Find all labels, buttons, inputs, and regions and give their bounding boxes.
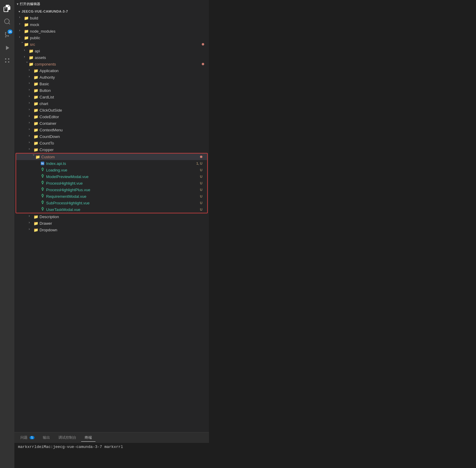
tree-item-Index.api.ts[interactable]: tsIndex.api.ts1, U	[16, 160, 207, 167]
chevron-Authority: ›	[29, 75, 34, 80]
icon-SubProcessHighlight.vue: V̊	[40, 200, 45, 205]
tree-item-Basic[interactable]: ›📁Basic	[14, 80, 209, 87]
file-badge-ModelPreviewModal.vue: U	[200, 175, 202, 178]
project-chevron: ▾	[17, 9, 22, 14]
tree-item-public[interactable]: ›📁public	[14, 34, 209, 41]
source-control-activity-icon[interactable]: 16	[1, 29, 13, 41]
tree-item-build[interactable]: ›📁build	[14, 15, 209, 21]
tab-problems[interactable]: 问题 5	[17, 434, 38, 442]
chevron-ContextMenu: ›	[29, 127, 34, 132]
tree-item-ClickOutSide[interactable]: ›📁ClickOutSide	[14, 107, 209, 113]
tree-item-ProcessHighlight.vue[interactable]: V̊ProcessHighlight.vueU	[16, 180, 207, 186]
label-CountDown: CountDown	[40, 134, 207, 139]
tree-item-CardList[interactable]: ›📁CardList	[14, 94, 209, 100]
tree-item-Loading.vue[interactable]: V̊Loading.vueU	[16, 167, 207, 173]
label-UserTaskModal.vue: UserTaskModal.vue	[46, 207, 200, 212]
tree-item-Cropper[interactable]: ›📁Cropper	[14, 146, 209, 153]
chevron-Custom: ›	[31, 154, 35, 159]
tree-item-ModelPreviewModal.vue[interactable]: V̊ModelPreviewModal.vueU	[16, 173, 207, 180]
tree-item-Dropdown[interactable]: ›📁Dropdown	[14, 227, 209, 233]
project-name: JEECG-VUE-CAMUNDA-3-7	[22, 10, 209, 13]
tree-item-Button[interactable]: ›📁Button	[14, 87, 209, 94]
tree-item-SubProcessHighlight.vue[interactable]: V̊SubProcessHighlight.vueU	[16, 200, 207, 206]
icon-api: 📁	[29, 48, 34, 53]
icon-build: 📁	[24, 16, 29, 20]
tree-item-api[interactable]: ›📁api	[14, 48, 209, 54]
svg-point-0	[4, 19, 9, 24]
tree-item-mock[interactable]: ›📁mock	[14, 21, 209, 28]
tab-output[interactable]: 输出	[39, 434, 54, 442]
chevron-Application: ›	[29, 68, 34, 73]
tree-item-src[interactable]: ›📁src	[14, 41, 209, 48]
custom-folder-outline: ›📁CustomtsIndex.api.ts1, UV̊Loading.vueU…	[16, 153, 208, 213]
label-components: components	[35, 62, 202, 66]
icon-CardList: 📁	[34, 95, 38, 99]
label-Authority: Authority	[40, 75, 207, 80]
label-Index.api.ts: Index.api.ts	[46, 161, 196, 166]
tree-item-ProcessHighlightPlus.vue[interactable]: V̊ProcessHighlightPlus.vueU	[16, 186, 207, 193]
label-Custom: Custom	[41, 155, 200, 159]
label-assets: assets	[35, 55, 207, 60]
open-editors-header[interactable]: ▾ 打开的编辑器	[14, 0, 209, 8]
tree-item-components[interactable]: ›📁components	[14, 61, 209, 67]
icon-assets: 📁	[29, 55, 34, 60]
tree-item-ContextMenu[interactable]: ›📁ContextMenu	[14, 127, 209, 133]
activity-bar: 16	[0, 0, 14, 468]
chevron-src: ›	[19, 42, 24, 47]
tree-item-Authority[interactable]: ›📁Authority	[14, 74, 209, 80]
label-src: src	[30, 42, 202, 47]
tree-item-UserTaskModal.vue[interactable]: V̊UserTaskModal.vueU	[16, 206, 207, 213]
tree-item-node_modules[interactable]: ›📁node_modules	[14, 28, 209, 34]
terminal-panel: 问题 5 输出 调试控制台 终端 markxrrldeiMac:jeecg-vu…	[14, 432, 209, 468]
label-Loading.vue: Loading.vue	[46, 168, 200, 172]
run-activity-icon[interactable]	[1, 42, 13, 54]
icon-CountDown: 📁	[34, 134, 38, 139]
label-Cropper: Cropper	[40, 148, 207, 152]
tab-debug-console[interactable]: 调试控制台	[55, 434, 80, 442]
problems-badge: 5	[30, 436, 34, 439]
file-badge-SubProcessHighlight.vue: U	[200, 201, 202, 205]
sidebar: ▾ 打开的编辑器 ▾ JEECG-VUE-CAMUNDA-3-7 ›📁build…	[14, 0, 209, 468]
label-Application: Application	[40, 69, 207, 73]
icon-ProcessHighlight.vue: V̊	[40, 181, 45, 186]
label-ProcessHighlightPlus.vue: ProcessHighlightPlus.vue	[46, 188, 200, 192]
label-mock: mock	[30, 22, 207, 27]
chevron-CardList: ›	[29, 95, 34, 99]
extensions-activity-icon[interactable]	[1, 55, 13, 67]
label-Drawer: Drawer	[40, 221, 207, 226]
tree-item-CountDown[interactable]: ›📁CountDown	[14, 133, 209, 140]
chevron-Button: ›	[29, 88, 34, 93]
source-control-badge: 16	[7, 29, 13, 34]
label-Container: Container	[40, 121, 207, 126]
terminal-content: markxrrldeiMac:jeecg-vue-camunda-3-7 mar…	[14, 443, 209, 468]
file-badge-Index.api.ts: 1, U	[196, 162, 202, 165]
tree-item-Description[interactable]: ›📁Description	[14, 213, 209, 220]
file-badge-ProcessHighlight.vue: U	[200, 181, 202, 185]
tab-problems-label: 问题	[20, 435, 28, 440]
tab-terminal[interactable]: 终端	[81, 434, 95, 442]
tree-item-Custom[interactable]: ›📁Custom	[16, 154, 207, 160]
icon-Description: 📁	[34, 214, 38, 219]
tree-item-Container[interactable]: ›📁Container	[14, 120, 209, 127]
search-activity-icon[interactable]	[1, 16, 13, 28]
label-ModelPreviewModal.vue: ModelPreviewModal.vue	[46, 174, 200, 179]
tree-item-Application[interactable]: ›📁Application	[14, 67, 209, 74]
icon-Container: 📁	[34, 121, 38, 126]
terminal-tabs: 问题 5 输出 调试控制台 终端	[14, 432, 209, 443]
label-CardList: CardList	[40, 95, 207, 99]
tree-item-Drawer[interactable]: ›📁Drawer	[14, 220, 209, 227]
label-node_modules: node_modules	[30, 29, 207, 34]
tree-item-chart[interactable]: ›📁chart	[14, 100, 209, 107]
tree-item-assets[interactable]: ›📁assets	[14, 54, 209, 61]
project-root[interactable]: ▾ JEECG-VUE-CAMUNDA-3-7	[14, 8, 209, 15]
tree-item-CountTo[interactable]: ›📁CountTo	[14, 140, 209, 146]
tree-item-CodeEditor[interactable]: ›📁CodeEditor	[14, 113, 209, 120]
files-activity-icon[interactable]	[1, 2, 13, 14]
chevron-assets: ›	[24, 55, 29, 60]
chevron-node_modules: ›	[19, 29, 24, 34]
icon-ProcessHighlightPlus.vue: V̊	[40, 187, 45, 192]
tree-item-RequirementModal.vue[interactable]: V̊RequirementModal.vueU	[16, 193, 207, 200]
chevron-Description: ›	[29, 214, 34, 219]
chevron-components: ›	[24, 62, 29, 66]
tab-debug-label: 调试控制台	[58, 435, 76, 440]
